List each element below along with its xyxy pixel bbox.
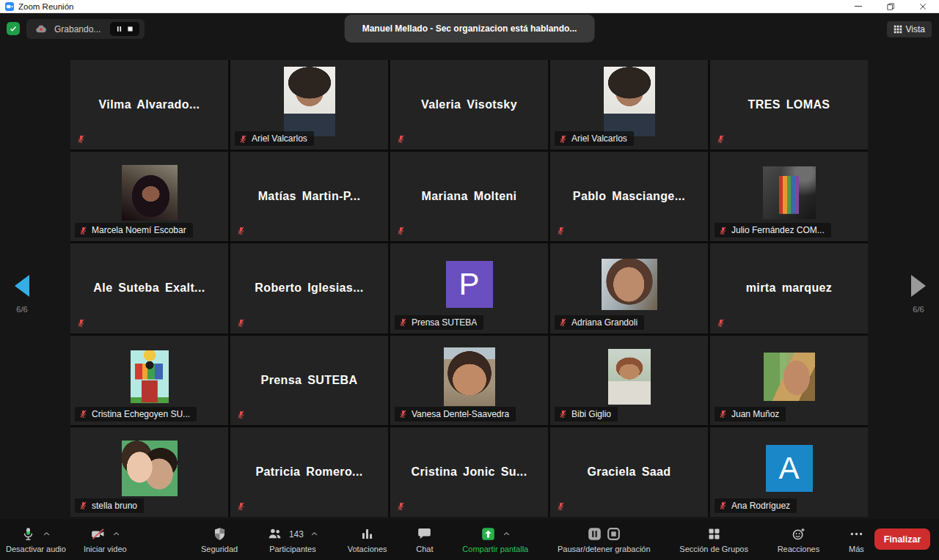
participant-tile[interactable]: Graciela Saad bbox=[550, 427, 708, 517]
muted-mic-icon bbox=[556, 501, 566, 511]
participant-tile[interactable]: Patricia Romero... bbox=[230, 427, 388, 517]
toolbar-item-reactions[interactable]: Reacciones bbox=[778, 526, 819, 553]
participant-name: Matías Martin-P... bbox=[251, 190, 368, 203]
minimize-button[interactable] bbox=[842, 0, 874, 12]
muted-mic-icon bbox=[78, 501, 88, 510]
gallery-grid: Vilma Alvarado... Ariel Valcarlos Valeri… bbox=[70, 60, 868, 517]
participant-tile[interactable]: Adriana Grandoli bbox=[550, 243, 708, 333]
toolbar-item-polls[interactable]: Votaciones bbox=[348, 526, 387, 553]
participant-avatar: P bbox=[446, 261, 493, 308]
pause-recording-button[interactable] bbox=[115, 25, 123, 33]
participant-tile[interactable]: Prensa SUTEBA bbox=[230, 336, 388, 425]
close-button[interactable] bbox=[907, 0, 939, 12]
participant-tile[interactable]: stella bruno bbox=[70, 427, 228, 517]
participant-video-thumbnail bbox=[131, 350, 169, 403]
participant-tile[interactable]: A Ana Rodríguez bbox=[710, 427, 868, 517]
gallery-next-page-button[interactable]: 6/6 bbox=[902, 275, 935, 314]
participant-tile[interactable]: TRES LOMAS bbox=[710, 60, 868, 150]
participant-label: Juan Muñoz bbox=[715, 407, 786, 421]
participant-tile[interactable]: Pablo Masciange... bbox=[550, 152, 708, 241]
participant-label: Ariel Valcarlos bbox=[555, 131, 634, 146]
breakout-icon bbox=[706, 526, 722, 542]
participant-label: Ariel Valcarlos bbox=[235, 131, 314, 146]
toolbar-item-shield[interactable]: Seguridad bbox=[201, 526, 238, 553]
participant-label-text: Julio Fernández COM... bbox=[731, 225, 825, 235]
muted-mic-icon bbox=[558, 409, 568, 419]
participant-avatar: A bbox=[766, 445, 813, 492]
toolbar-item-video-off[interactable]: Iniciar video bbox=[84, 526, 127, 553]
participant-label-text: Juan Muñoz bbox=[731, 409, 779, 419]
view-button[interactable]: Vista bbox=[887, 21, 932, 37]
participant-tile[interactable]: Mariana Molteni bbox=[390, 152, 548, 241]
participant-tile[interactable]: Cristina Echegoyen SU... bbox=[70, 336, 228, 425]
chevron-up-icon[interactable] bbox=[310, 530, 318, 538]
participant-tile[interactable]: Juan Muñoz bbox=[710, 336, 868, 425]
muted-mic-icon bbox=[76, 318, 86, 328]
participant-tile[interactable]: Marcela Noemí Escobar bbox=[70, 152, 228, 241]
participant-label bbox=[236, 410, 246, 419]
participant-label-text: Prensa SUTEBA bbox=[412, 317, 477, 328]
participant-label-text: Adriana Grandoli bbox=[571, 317, 637, 328]
chevron-up-icon[interactable] bbox=[43, 530, 51, 538]
pause-stop-icon bbox=[587, 526, 621, 542]
participant-tile[interactable]: Valeria Visotsky bbox=[390, 60, 548, 150]
page-indicator-left: 6/6 bbox=[6, 305, 38, 314]
participant-label bbox=[236, 226, 246, 235]
chevron-up-icon[interactable] bbox=[503, 530, 511, 538]
grid-view-icon bbox=[894, 25, 902, 34]
muted-mic-icon bbox=[718, 501, 728, 510]
shield-icon bbox=[212, 526, 227, 542]
participant-tile[interactable]: Cristina Jonic Su... bbox=[390, 427, 548, 517]
toolbar-item-label: Compartir pantalla bbox=[462, 545, 528, 553]
security-verified-icon bbox=[7, 22, 20, 35]
participant-tile[interactable]: Ariel Valcarlos bbox=[230, 60, 388, 150]
participant-label bbox=[716, 318, 726, 328]
toolbar-item-share-screen[interactable]: Compartir pantalla bbox=[462, 526, 528, 553]
participant-video-thumbnail bbox=[122, 441, 178, 496]
chat-icon bbox=[417, 526, 432, 542]
muted-mic-icon bbox=[236, 410, 246, 419]
maximize-button[interactable] bbox=[874, 0, 907, 12]
participant-tile[interactable]: mirta marquez bbox=[710, 243, 868, 333]
participant-name: Vilma Alvarado... bbox=[92, 98, 208, 111]
participant-tile[interactable]: Julio Fernández COM... bbox=[710, 152, 868, 241]
participant-tile[interactable]: Vanesa Dentel-Saavedra bbox=[390, 336, 548, 425]
toolbar-item-more[interactable]: Más bbox=[849, 526, 864, 553]
stop-recording-button[interactable] bbox=[126, 25, 134, 33]
participant-tile[interactable]: Bibi Giglio bbox=[550, 336, 708, 425]
toolbar-item-participants[interactable]: 143 Participantes bbox=[267, 526, 318, 553]
participants-count: 143 bbox=[289, 529, 304, 539]
muted-mic-icon bbox=[558, 317, 568, 327]
participant-name: Roberto Iglesias... bbox=[247, 281, 370, 295]
participant-tile[interactable]: P Prensa SUTEBA bbox=[390, 243, 548, 333]
participant-tile[interactable]: Matías Martin-P... bbox=[230, 152, 388, 241]
participant-label bbox=[556, 501, 566, 511]
muted-mic-icon bbox=[78, 226, 88, 235]
participant-tile[interactable]: Roberto Iglesias... bbox=[230, 243, 388, 333]
toolbar-item-label: Participantes bbox=[269, 545, 316, 553]
participant-tile[interactable]: Ale Suteba Exalt... bbox=[70, 243, 228, 333]
toolbar-item-label: Pausar/detener grabación bbox=[558, 545, 651, 553]
participant-tile[interactable]: Ariel Valcarlos bbox=[550, 60, 708, 150]
participant-label bbox=[556, 226, 566, 235]
toolbar-item-breakout[interactable]: Sección de Grupos bbox=[679, 526, 748, 553]
toolbar-item-chat[interactable]: Chat bbox=[416, 526, 433, 553]
gallery-prev-page-button[interactable]: 6/6 bbox=[6, 275, 38, 314]
muted-mic-icon bbox=[396, 501, 406, 511]
toolbar-item-label: Seguridad bbox=[201, 545, 238, 553]
muted-mic-icon bbox=[718, 409, 728, 419]
toolbar-item-pause-stop[interactable]: Pausar/detener grabación bbox=[558, 526, 651, 553]
participant-label bbox=[716, 134, 726, 144]
participant-tile[interactable]: Vilma Alvarado... bbox=[70, 60, 228, 150]
muted-mic-icon bbox=[396, 134, 406, 144]
participant-video-thumbnail bbox=[284, 67, 335, 136]
participant-label-text: Vanesa Dentel-Saavedra bbox=[412, 409, 509, 419]
chevron-up-icon[interactable] bbox=[112, 530, 120, 538]
recording-label: Grabando... bbox=[54, 24, 101, 34]
meeting-toolbar: Desactivar audio Iniciar video Seguridad… bbox=[0, 519, 939, 560]
toolbar-item-microphone[interactable]: Desactivar audio bbox=[6, 526, 66, 553]
muted-mic-icon bbox=[398, 317, 408, 327]
toolbar-item-label: Votaciones bbox=[348, 545, 387, 553]
recording-indicator: Grabando... bbox=[26, 19, 145, 39]
end-meeting-button[interactable]: Finalizar bbox=[874, 528, 930, 550]
